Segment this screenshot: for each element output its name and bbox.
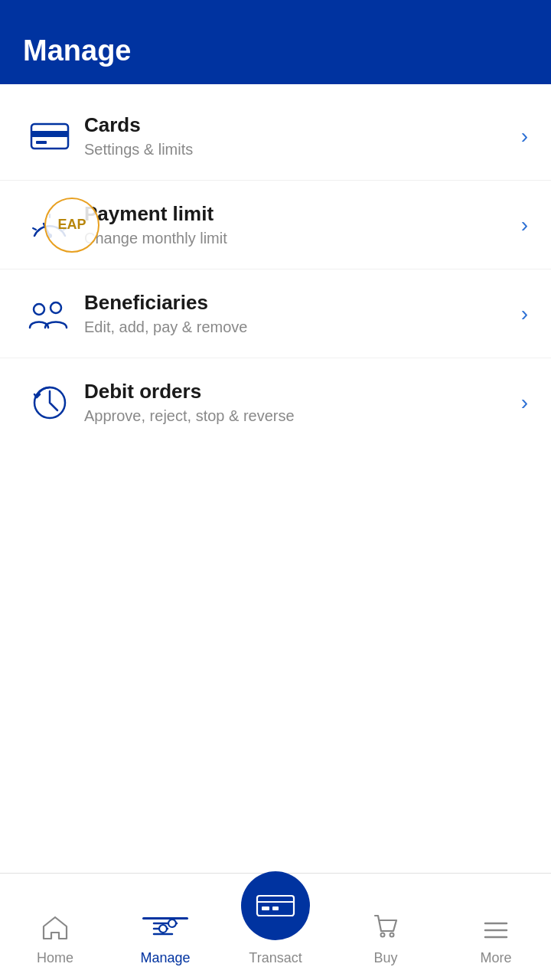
svg-point-17 [390, 933, 394, 937]
card-icon [23, 122, 77, 150]
eap-badge: EAP [44, 198, 99, 253]
beneficiaries-icon [23, 299, 77, 329]
chevron-payment-limit: › [521, 213, 528, 237]
bottom-navigation: Home Manage Transact [0, 873, 551, 980]
menu-item-debit-orders[interactable]: Debit orders Approve, reject, stop & rev… [0, 358, 551, 446]
menu-list: Cards Settings & limits › EAP Payment li… [0, 84, 551, 454]
nav-label-buy: Buy [373, 950, 397, 966]
menu-title-payment-limit: Payment limit [84, 202, 521, 226]
svg-point-10 [168, 920, 176, 927]
active-indicator [142, 917, 188, 920]
svg-point-16 [381, 933, 385, 937]
nav-label-more: More [480, 950, 511, 966]
home-icon [42, 916, 68, 946]
svg-rect-15 [272, 906, 279, 910]
svg-point-4 [34, 304, 44, 315]
menu-subtitle-cards: Settings & limits [84, 141, 521, 158]
nav-item-manage[interactable]: Manage [110, 917, 220, 966]
nav-item-buy[interactable]: Buy [331, 914, 441, 966]
menu-subtitle-debit-orders: Approve, reject, stop & reverse [84, 407, 521, 425]
chevron-debit-orders: › [521, 390, 528, 415]
buy-icon [373, 914, 398, 946]
menu-subtitle-beneficiaries: Edit, add, pay & remove [84, 318, 521, 336]
menu-subtitle-payment-limit: Change monthly limit [84, 230, 521, 247]
manage-icon [152, 917, 178, 946]
svg-rect-12 [257, 896, 294, 916]
menu-text-debit-orders: Debit orders Approve, reject, stop & rev… [77, 380, 521, 425]
menu-title-beneficiaries: Beneficiaries [84, 291, 521, 315]
nav-item-home[interactable]: Home [0, 916, 110, 966]
nav-item-more[interactable]: More [441, 920, 551, 966]
nav-label-home: Home [37, 950, 73, 966]
menu-item-payment-limit[interactable]: EAP Payment limit Change monthly limit › [0, 181, 551, 270]
svg-point-5 [51, 302, 61, 313]
page-header: Manage [0, 0, 551, 84]
nav-label-transact: Transact [249, 950, 302, 966]
chevron-beneficiaries: › [521, 302, 528, 326]
menu-item-cards[interactable]: Cards Settings & limits › [0, 92, 551, 181]
menu-text-payment-limit: Payment limit Change monthly limit [77, 202, 521, 247]
more-icon [484, 920, 508, 946]
menu-title-debit-orders: Debit orders [84, 380, 521, 403]
menu-text-cards: Cards Settings & limits [77, 113, 521, 158]
transact-fab[interactable] [241, 871, 310, 940]
nav-label-manage: Manage [140, 950, 190, 966]
menu-item-beneficiaries[interactable]: Beneficiaries Edit, add, pay & remove › [0, 270, 551, 358]
menu-title-cards: Cards [84, 113, 521, 137]
debit-orders-icon [23, 384, 77, 422]
page-title: Manage [23, 34, 131, 67]
chevron-cards: › [521, 124, 528, 149]
nav-item-transact[interactable]: Transact [220, 883, 331, 966]
menu-text-beneficiaries: Beneficiaries Edit, add, pay & remove [77, 291, 521, 336]
svg-point-11 [159, 925, 167, 933]
svg-rect-2 [36, 141, 47, 144]
svg-rect-14 [262, 906, 269, 910]
svg-rect-1 [31, 131, 68, 137]
